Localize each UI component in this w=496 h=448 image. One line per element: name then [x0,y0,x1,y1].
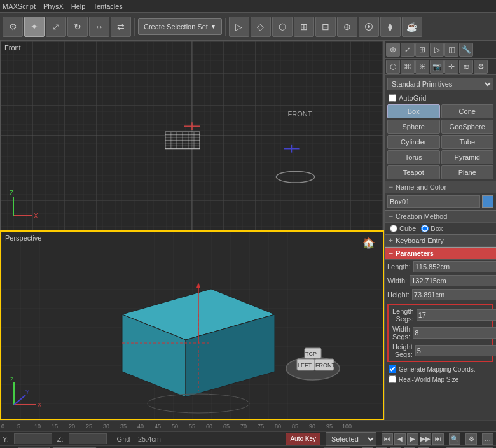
name-color-minus-icon: − [389,183,393,192]
height-segs-input[interactable] [415,345,496,356]
prim-btn-teapot[interactable]: Teapot [387,165,440,179]
panel-icon-space[interactable]: ≋ [459,60,473,74]
svg-text:75: 75 [258,423,264,430]
toolbar-btn-2[interactable]: ✦ [24,17,45,37]
ruler-svg: 0 5 10 15 20 25 30 35 40 45 50 55 60 65 … [0,421,382,432]
menu-maxscript[interactable]: MAXScript [3,3,36,10]
svg-text:20: 20 [69,423,75,430]
generate-mapping-checkbox[interactable] [389,365,396,373]
menu-physx[interactable]: PhysX [43,3,64,10]
toolbar-btn-7[interactable]: ▷ [229,17,249,37]
menu-tentacles[interactable]: Tentacles [93,3,122,10]
length-segs-input[interactable] [417,309,496,321]
auto-key-button[interactable]: Auto Key [286,433,320,445]
autogrid-row: AutoGrid [385,93,496,103]
prim-btn-tube[interactable]: Tube [441,135,494,149]
prim-btn-pyramid[interactable]: Pyramid [441,150,494,164]
y-coord-input[interactable] [14,433,52,444]
toolbar-btn-6[interactable]: ⇄ [111,17,131,37]
toolbar-btn-11[interactable]: ⊟ [315,17,336,37]
color-swatch[interactable] [482,195,493,208]
menu-help[interactable]: Help [71,3,86,10]
keyboard-entry-header[interactable]: + Keyboard Entry [385,234,496,247]
perspective-axis-indicator: X Z Y [8,376,43,412]
standard-primitives-dropdown[interactable]: Standard Primitives [387,78,493,90]
z-coord-input[interactable] [69,433,107,444]
prim-btn-box[interactable]: Box [387,104,440,118]
toolbar-btn-12[interactable]: ⊕ [337,17,357,37]
toolbar-btn-10[interactable]: ⊞ [294,17,314,37]
panel-icon-system[interactable]: ⚙ [474,60,488,74]
zoom-icon[interactable]: 🔍 [449,433,460,445]
grid-info: Grid = 25.4cm [117,435,161,443]
more-btn[interactable]: … [482,433,493,445]
prim-btn-torus[interactable]: Torus [387,150,440,164]
parameters-header[interactable]: − Parameters [385,247,496,260]
create-selection-set-btn[interactable]: Create Selection Set ▼ [138,18,222,35]
height-segs-label: Height Segs: [392,343,415,358]
prim-btn-cylinder[interactable]: Cylinder [387,135,440,149]
svg-text:TCP: TCP [305,351,317,357]
toolbar-btn-3[interactable]: ⤢ [46,17,66,37]
prev-frame-btn[interactable]: ◀ [394,433,406,445]
toolbar-btn-5[interactable]: ↔ [89,17,109,37]
panel-icon-modify[interactable]: ⤢ [401,43,415,57]
panel-icon-motion[interactable]: ▷ [430,43,444,57]
box-radio[interactable] [421,225,429,232]
name-color-row [385,193,496,210]
width-input[interactable] [410,275,496,286]
toolbar-btn-15[interactable]: ☕ [402,17,422,37]
prim-btn-plane[interactable]: Plane [441,165,494,179]
creation-method-title: Creation Method [396,213,447,220]
width-segs-input[interactable] [413,327,496,339]
length-input[interactable] [413,261,496,272]
name-input[interactable] [387,195,480,208]
selected-dropdown[interactable]: Selected All None [326,432,376,446]
panel-icon-create[interactable]: ⊕ [386,43,400,57]
house-icon[interactable]: 🏠 [362,237,375,249]
autogrid-checkbox[interactable] [389,94,396,102]
panel-icon-camera[interactable]: 📷 [430,60,444,74]
width-label: Width: [387,277,410,284]
svg-line-43 [14,395,25,405]
viewport-front[interactable]: Front [0,41,384,230]
height-input[interactable] [412,289,496,300]
toolbar-btn-9[interactable]: ⬡ [272,17,293,37]
panel-icon-shape[interactable]: ⌘ [401,60,415,74]
svg-text:5: 5 [17,423,20,430]
viewport-perspective[interactable]: Perspective [0,230,384,420]
settings-icon-2[interactable]: ⚙ [465,433,477,445]
panel-icon-utils[interactable]: 🔧 [459,43,473,57]
next-frame-btn[interactable]: ▶▶ [420,433,431,445]
real-world-row: Real-World Map Size [385,374,496,384]
panel-icon-geom[interactable]: ⬡ [386,60,400,74]
creation-radio-row: Cube Box [385,223,496,234]
prim-btn-geosphere[interactable]: GeoSphere [441,120,494,134]
toolbar-btn-13[interactable]: ⦿ [359,17,379,37]
svg-text:40: 40 [137,423,144,430]
go-start-btn[interactable]: ⏮ [382,433,393,445]
prim-btn-cone[interactable]: Cone [441,104,494,118]
toolbar-btn-1[interactable]: ⚙ [3,17,23,37]
box-radio-label[interactable]: Box [421,225,443,232]
cube-radio-label[interactable]: Cube [390,225,416,232]
main-area: Front [0,41,496,420]
toolbar-btn-14[interactable]: ⧫ [380,17,401,37]
cube-radio[interactable] [390,225,397,232]
prim-btn-sphere[interactable]: Sphere [387,120,440,134]
panel-icon-helper[interactable]: ✛ [444,60,458,74]
toolbar-btn-8[interactable]: ◇ [251,17,271,37]
panel-icon-display[interactable]: ◫ [444,43,458,57]
toolbar-btn-4[interactable]: ↻ [67,17,88,37]
right-panel: ⊕ ⤢ ⊞ ▷ ◫ 🔧 ⬡ ⌘ ☀ 📷 ✛ ≋ ⚙ Standard Primi… [384,41,496,420]
name-color-header[interactable]: − Name and Color [385,181,496,193]
panel-icon-hierarchy[interactable]: ⊞ [415,43,429,57]
go-end-btn[interactable]: ⏭ [432,433,444,445]
svg-text:95: 95 [326,423,333,430]
z-coord-label: Z: [57,435,64,443]
play-btn[interactable]: ▶ [407,433,418,445]
creation-method-header[interactable]: − Creation Method [385,210,496,223]
real-world-checkbox[interactable] [389,375,396,383]
panel-icon-light[interactable]: ☀ [415,60,429,74]
segs-section: Length Segs: ▲ ▼ Width Segs: ▲ ▼ Height … [387,304,493,362]
